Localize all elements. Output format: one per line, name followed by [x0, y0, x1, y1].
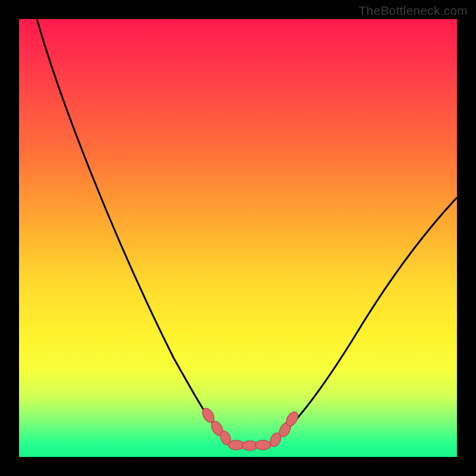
outer-frame: TheBottleneck.com [0, 0, 476, 476]
curve-right [269, 198, 457, 445]
plot-area [19, 19, 457, 457]
marker-group [200, 406, 300, 450]
watermark-text: TheBottleneck.com [359, 4, 468, 18]
marker [255, 440, 271, 450]
marker [228, 440, 244, 450]
curve-left [37, 19, 233, 445]
bottleneck-curve [19, 19, 457, 457]
